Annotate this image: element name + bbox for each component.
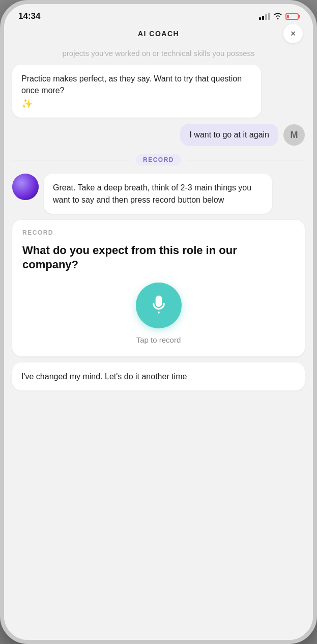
chat-area[interactable]: projects you've worked on or technical s…	[4, 44, 313, 640]
phone-frame: 14:34 AI COACH × projec	[0, 0, 317, 644]
record-btn-area: Tap to record	[22, 279, 295, 344]
header-title: AI COACH	[138, 30, 179, 38]
ai-bubble-1: Great. Take a deep breath, think of 2-3 …	[44, 174, 272, 213]
close-icon: ×	[291, 29, 296, 39]
signal-icon	[259, 13, 270, 20]
ai-message-row-1: Great. Take a deep breath, think of 2-3 …	[12, 174, 305, 213]
ai-text-1: Great. Take a deep breath, think of 2-3 …	[53, 183, 251, 204]
mic-button[interactable]	[136, 283, 182, 328]
divider-line-right	[187, 160, 305, 160]
close-button[interactable]: ×	[283, 24, 303, 43]
record-divider: RECORD	[12, 152, 305, 167]
faded-message: projects you've worked on or technical s…	[12, 48, 305, 59]
tap-to-record-label: Tap to record	[136, 335, 181, 344]
user-avatar: M	[283, 124, 305, 146]
battery-icon	[285, 13, 299, 20]
app-content: AI COACH × projects you've worked on or …	[4, 24, 313, 640]
sparkle-icon: ✨	[21, 98, 252, 109]
coach-text-1: Practice makes perfect, as they say. Wan…	[21, 74, 242, 95]
ai-avatar	[12, 174, 39, 200]
record-divider-label: RECORD	[136, 154, 181, 165]
record-card-label: RECORD	[22, 229, 53, 236]
status-icons	[259, 12, 299, 21]
user-bubble-1: I want to go at it again	[180, 124, 278, 146]
user-message-row-1: I want to go at it again M	[12, 124, 305, 146]
wifi-icon	[273, 12, 282, 21]
coach-bubble-1: Practice makes perfect, as they say. Wan…	[12, 65, 261, 118]
divider-line-left	[12, 160, 130, 160]
status-time: 14:34	[18, 11, 40, 21]
suggestion-bubble[interactable]: I've changed my mind. Let's do it anothe…	[12, 362, 305, 390]
status-bar: 14:34	[4, 4, 313, 24]
record-card: RECORD What do you expect from this role…	[12, 220, 305, 356]
header: AI COACH ×	[4, 24, 313, 44]
record-question: What do you expect from this role in our…	[22, 243, 295, 272]
ai-avatar-image	[12, 174, 39, 200]
microphone-icon	[149, 295, 168, 316]
